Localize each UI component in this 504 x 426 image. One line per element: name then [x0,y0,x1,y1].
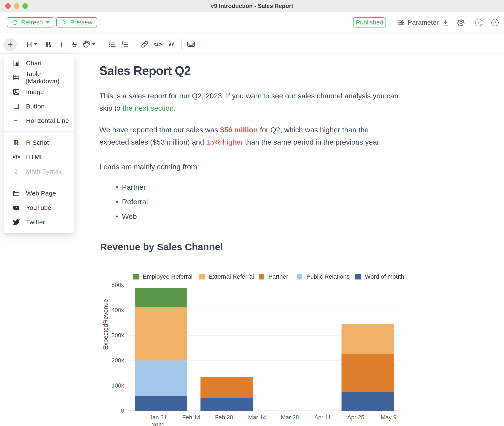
italic-button[interactable]: I [57,37,66,52]
bar-segment [200,398,253,411]
preview-button[interactable]: Preview [56,17,97,28]
doc-section-heading: Revenue by Sales Channel [100,241,223,253]
x-axis-tick-sublabel: 2021 [141,422,175,426]
y-axis-tick-label: 500k [100,282,124,288]
ordered-list-icon: 1 2 3 [121,40,129,49]
menu-divider [4,182,74,182]
doc-text: . [174,104,176,112]
bullet-list-button[interactable] [107,37,117,52]
x-axis-tick-label: Jan 31 [141,414,175,421]
menu-item-label: Twitter [26,219,45,226]
settings-button[interactable] [456,18,466,27]
main-toolbar: Refresh Preview Published Parameter [0,12,504,32]
legend-entry: External Referral [199,273,254,280]
legend-entry: Employee Referral [133,273,193,280]
info-button[interactable]: i [474,18,483,27]
menu-item-html[interactable]: </> HTML [4,150,74,164]
bold-button[interactable]: B [44,37,53,52]
insert-plus-button[interactable]: + [3,38,17,51]
revenue-chart: Employee ReferralExternal ReferralPartne… [99,271,410,426]
menu-item-horizontal-line[interactable]: Horizontal Line [4,114,74,128]
legend-label: Partner [268,273,288,280]
legend-label: Word of mouth [365,273,404,280]
legend-swatch-icon [199,274,205,279]
list-item-label: Referral [122,198,148,206]
list-item-label: Web [122,212,137,221]
legend-swatch-icon [355,274,361,279]
r-script-icon: R [12,138,21,147]
html-icon: </> [12,153,21,162]
menu-item-table-markdown[interactable]: Table (Markdown) [4,70,74,85]
list-item: Partner [116,183,146,192]
legend-label: Employee Referral [143,273,193,280]
menu-item-web-page[interactable]: Web Page [4,186,74,200]
help-button[interactable]: ? [490,18,500,27]
next-section-link[interactable]: the next section [123,104,174,112]
x-axis-tick-label: Mar 28 [273,414,307,421]
link-button[interactable] [140,37,149,52]
bar-segment [135,361,188,396]
menu-item-label: Math Syntax [26,168,62,175]
text-cursor [99,239,99,256]
chart-icon [12,59,21,68]
parameter-button[interactable]: Parameter [397,17,439,28]
menu-item-label: R Script [26,139,49,146]
code-button[interactable]: </> [153,37,162,52]
toolbar-separator [135,39,135,50]
published-badge[interactable]: Published [353,17,386,28]
bullet-dot [116,201,118,203]
download-icon [442,19,450,27]
legend-entry: Public Relations [297,273,349,280]
doc-text: This is a sales report for our Q2, 2023.… [99,92,398,100]
palette-icon [83,40,90,48]
menu-item-button[interactable]: Button [4,99,74,114]
play-icon [61,19,67,26]
download-button[interactable] [441,18,450,27]
legend-swatch-icon [133,274,139,279]
menu-item-label: Web Page [26,190,56,197]
legend-swatch-icon [259,274,264,279]
menu-item-image[interactable]: Image [4,85,74,99]
legend-label: External Referral [209,273,254,280]
bar-segment [200,377,253,398]
titlebar: v9 Introduction - Sales Report [0,0,504,12]
preview-label: Preview [70,19,92,26]
toolbar-separator [23,39,23,50]
keyboard-shortcuts-button[interactable] [186,37,196,52]
list-item-label: Partner [122,183,146,192]
horizontal-line-icon [12,116,21,125]
window-title: v9 Introduction - Sales Report [0,0,504,12]
bullet-list-icon [108,40,116,49]
strikethrough-icon: S [72,40,77,49]
bar-segment [135,307,188,361]
twitter-icon [12,218,21,227]
list-item: Referral [116,198,148,206]
percent-higher-highlight: 15% higher [206,138,243,146]
format-toolbar: + H B I S [0,32,504,54]
insert-menu: Chart Table (Markdown) Image Button [4,54,74,234]
menu-item-chart[interactable]: Chart [4,56,74,70]
menu-item-label: Table (Markdown) [26,70,74,85]
blockquote-button[interactable]: “ [166,37,176,52]
svg-text:3: 3 [122,46,123,49]
menu-item-math-syntax: Σ Math Syntax [4,164,74,178]
youtube-icon [12,203,21,212]
menu-item-label: Image [26,88,44,96]
menu-item-label: Horizontal Line [26,117,69,124]
strikethrough-button[interactable]: S [70,37,79,52]
heading-menu-button[interactable]: H [26,37,37,52]
menu-item-r-script[interactable]: R R Script [4,135,74,150]
menu-item-twitter[interactable]: Twitter [4,215,74,229]
legend-label: Public Relations [306,273,349,280]
bar-segment [342,354,394,392]
menu-item-youtube[interactable]: YouTube [4,200,74,215]
refresh-button[interactable]: Refresh [7,17,54,28]
text-color-menu-button[interactable] [83,37,96,52]
x-axis-tick-label: May 9 [371,414,406,421]
ordered-list-button[interactable]: 1 2 3 [120,37,130,52]
legend-entry: Word of mouth [355,273,404,280]
link-icon [141,40,149,48]
menu-item-label: YouTube [26,204,51,211]
gear-icon [457,18,465,27]
y-axis-tick-label: 200k [100,357,124,364]
